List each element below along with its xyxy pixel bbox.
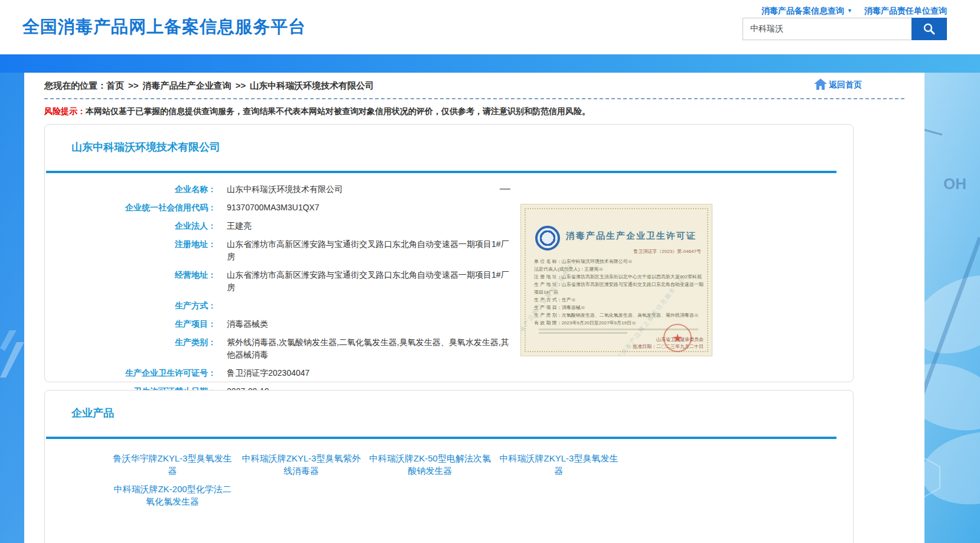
shape-decoration — [0, 307, 24, 378]
svg-text:OH: OH — [943, 175, 966, 193]
certificate-text-line: 注 册 地 址：山东省潍坊高新区玉清东街以北中心次干道以西高新大厦902室科苑 — [534, 273, 706, 281]
top-nav: 消毒产品备案信息查询▼ 消毒产品责任单位查询 — [761, 6, 947, 17]
field-label: 生产企业卫生许可证号： — [45, 367, 216, 379]
divider-rule — [46, 437, 836, 439]
breadcrumb: 您现在的位置：首页>>消毒产品生产企业查询>>山东中科瑞沃环境技术有限公司 — [44, 80, 924, 92]
site-title: 全国消毒产品网上备案信息服务平台 — [22, 15, 306, 39]
search-icon — [922, 22, 936, 36]
field-value: 山东中科瑞沃环境技术有限公司 — [227, 183, 343, 196]
breadcrumb-item[interactable]: 首页 — [106, 80, 124, 90]
risk-notice: 风险提示：本网站仅基于已掌握的信息提供查询服务，查询结果不代表本网站对被查询对象… — [44, 106, 924, 117]
product-link[interactable]: 中科瑞沃牌ZKYL-3型臭氧紫外线消毒器 — [239, 452, 364, 477]
certificate-title: 消毒产品生产企业卫生许可证 — [566, 230, 696, 242]
field-value: 王建亮 — [227, 220, 252, 232]
header-band — [0, 54, 980, 73]
certificate-text-line: 法定代表人(或负责人)：王建亮※ — [534, 265, 706, 273]
company-name-heading: 山东中科瑞沃环境技术有限公司 — [71, 140, 220, 154]
product-link[interactable]: 中科瑞沃牌ZK-200型化学法二氧化氯发生器 — [110, 483, 235, 508]
field-row: 生产类别：紫外线消毒器,次氯酸钠发生器,二氧化氯发生器,臭氧发生器、臭氧水发生器… — [45, 333, 547, 364]
nav-link-responsible-unit-query[interactable]: 消毒产品责任单位查询 — [864, 6, 947, 17]
certificate-fineprint-bar — [539, 332, 627, 334]
small-dash — [500, 188, 510, 190]
certificate-number: 鲁卫消证字（2023）第-04647号 — [633, 248, 701, 255]
field-row: 注册地址：山东省潍坊市高新区潍安路与宝通街交叉路口东北角自动变速器一期项目1#厂… — [45, 235, 547, 266]
product-link[interactable]: 中科瑞沃牌ZKYL-3型臭氧发生器 — [496, 452, 621, 477]
certificate-emblem-icon — [535, 226, 560, 251]
nav-link-label: 消毒产品备案信息查询 — [761, 6, 844, 15]
field-row: 企业法人：王建亮 — [45, 217, 547, 235]
field-row: 经营地址：山东省潍坊市高新区潍安路与宝通街交叉路口东北角自动变速器一期项目1#厂… — [45, 266, 547, 297]
field-row: 生产方式： — [45, 297, 547, 315]
field-value: 消毒器械类 — [227, 318, 268, 330]
field-label: 经营地址： — [45, 269, 216, 294]
products-heading: 企业产品 — [71, 406, 114, 420]
field-value: 山东省潍坊市高新区潍安路与宝通街交叉路口东北角自动变速器一期项目1#厂房 — [227, 269, 510, 294]
field-label: 企业名称： — [45, 183, 216, 196]
risk-text: 本网站仅基于已掌握的信息提供查询服务，查询结果不代表本网站对被查询对象信用状况的… — [86, 106, 590, 116]
certificate-text-line: 生 产 类 别：次氯酸钠发生器、二氧化氯发生器、臭氧发生器、紫外线消毒器※ — [534, 311, 706, 319]
field-label: 注册地址： — [45, 238, 216, 263]
content-wrapper: 您现在的位置：首页>>消毒产品生产企业查询>>山东中科瑞沃环境技术有限公司 返回… — [24, 73, 924, 543]
certificate-image: 全国消毒产品网上备案信息服务平台 全国消毒产品网上备案信息服务平台 消毒产品生产… — [520, 204, 712, 356]
back-home-label: 返回首页 — [829, 80, 862, 90]
seal-star-icon: ★ — [672, 331, 683, 345]
certificate-text: 单 位 名 称：山东中科瑞沃环境技术有限公司※法定代表人(或负责人)：王建亮※注… — [534, 258, 706, 334]
field-label: 生产方式： — [45, 300, 216, 312]
field-label: 生产项目： — [45, 318, 216, 330]
company-card: 山东中科瑞沃环境技术有限公司 企业名称：山东中科瑞沃环境技术有限公司企业统一社会… — [44, 124, 854, 382]
breadcrumb-prefix: 您现在的位置： — [44, 80, 106, 90]
product-link[interactable]: 鲁沃华宇牌ZKYL-3型臭氧发生器 — [110, 452, 235, 477]
field-value: 紫外线消毒器,次氯酸钠发生器,二氧化氯发生器,臭氧发生器、臭氧水发生器,其他器械… — [227, 336, 510, 361]
field-value: 山东省潍坊市高新区潍安路与宝通街交叉路口东北角自动变速器一期项目1#厂房 — [227, 238, 510, 263]
field-row: 企业名称：山东中科瑞沃环境技术有限公司 — [45, 180, 547, 199]
certificate-text-line: 生 产 项 目：消毒器械※ — [534, 304, 706, 311]
search-button[interactable] — [911, 18, 947, 40]
divider-rule — [46, 171, 836, 173]
red-seal-icon: ★ — [663, 324, 692, 352]
site-header: 全国消毒产品网上备案信息服务平台 消毒产品备案信息查询▼ 消毒产品责任单位查询 — [0, 0, 980, 54]
product-link[interactable]: 中科瑞沃牌ZK-50型电解法次氯酸钠发生器 — [367, 452, 493, 477]
breadcrumb-item[interactable]: 消毒产品生产企业查询 — [143, 80, 232, 90]
field-row: 生产企业卫生许可证号：鲁卫消证字202304047 — [45, 364, 547, 382]
field-label: 生产类别： — [45, 336, 216, 361]
search-input[interactable] — [743, 18, 911, 40]
field-value: 91370700MA3M3U1QX7 — [227, 201, 319, 214]
field-label: 企业法人： — [45, 220, 216, 232]
dashed-separator — [44, 98, 904, 99]
breadcrumb-separator: >> — [236, 80, 246, 90]
home-icon — [813, 78, 828, 90]
chevron-down-icon: ▼ — [847, 8, 852, 14]
field-value: 鲁卫消证字202304047 — [227, 367, 310, 379]
breadcrumb-separator: >> — [128, 80, 139, 90]
field-row: 生产项目：消毒器械类 — [45, 315, 547, 333]
field-label: 企业统一社会信用代码： — [45, 201, 216, 214]
certificate-text-line: 单 位 名 称：山东中科瑞沃环境技术有限公司※ — [534, 258, 706, 265]
certificate-text-line: 生 产 方 式：生产※ — [534, 296, 706, 304]
search-box — [743, 18, 947, 40]
company-fields: 企业名称：山东中科瑞沃环境技术有限公司企业统一社会信用代码：91370700MA… — [45, 180, 547, 401]
field-row: 企业统一社会信用代码：91370700MA3M3U1QX7 — [45, 199, 547, 217]
back-home-link[interactable]: 返回首页 — [813, 78, 862, 90]
breadcrumb-item: 山东中科瑞沃环境技术有限公司 — [250, 80, 374, 90]
products-card: 企业产品 鲁沃华宇牌ZKYL-3型臭氧发生器中科瑞沃牌ZKYL-3型臭氧紫外线消… — [44, 390, 854, 543]
breadcrumb-row: 您现在的位置：首页>>消毒产品生产企业查询>>山东中科瑞沃环境技术有限公司 返回… — [24, 73, 924, 93]
nav-link-record-query[interactable]: 消毒产品备案信息查询▼ — [761, 6, 852, 17]
risk-label: 风险提示： — [44, 106, 86, 116]
certificate-text-line: 生 产 地 址：山东省潍坊市高新区潍安路与宝通街交叉路口东北角自动变速器一期项目… — [534, 281, 706, 296]
product-list: 鲁沃华宇牌ZKYL-3型臭氧发生器中科瑞沃牌ZKYL-3型臭氧紫外线消毒器中科瑞… — [110, 452, 665, 513]
